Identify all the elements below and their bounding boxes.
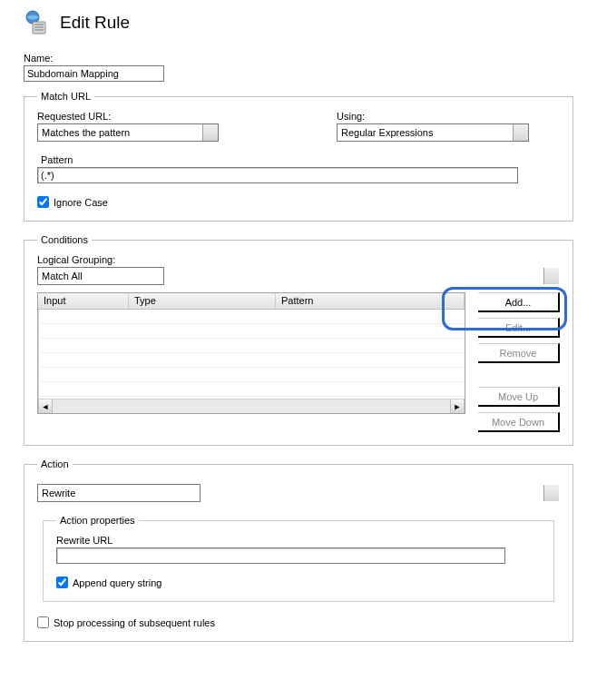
action-type-select[interactable]: Rewrite — [37, 484, 201, 502]
table-row — [38, 324, 465, 339]
table-row — [38, 382, 465, 397]
requested-url-label: Requested URL: — [37, 111, 219, 122]
name-input[interactable] — [24, 65, 164, 82]
action-legend: Action — [37, 458, 73, 469]
rewrite-url-label: Rewrite URL — [56, 535, 541, 546]
using-select[interactable]: Regular Expressions — [337, 123, 529, 142]
logical-grouping-select[interactable]: Match All — [37, 267, 164, 285]
horizontal-scrollbar[interactable]: ◄ ► — [38, 399, 465, 413]
name-label: Name: — [24, 53, 579, 64]
table-row — [38, 339, 465, 353]
scroll-left-icon[interactable]: ◄ — [38, 399, 53, 413]
remove-button[interactable]: Remove — [478, 343, 560, 363]
ignore-case-label: Ignore Case — [54, 197, 108, 208]
table-row — [38, 368, 465, 382]
table-row — [38, 310, 465, 324]
pattern-input[interactable] — [37, 167, 518, 183]
move-down-button[interactable]: Move Down — [478, 412, 560, 432]
table-header: Input Type Pattern — [38, 293, 465, 310]
table-row — [38, 353, 465, 368]
svg-rect-4 — [34, 29, 44, 31]
server-globe-icon — [24, 9, 51, 36]
stop-processing-checkbox[interactable] — [37, 616, 49, 628]
logical-grouping-label: Logical Grouping: — [37, 254, 560, 265]
chevron-down-icon — [548, 490, 555, 494]
stop-processing-label: Stop processing of subsequent rules — [54, 617, 215, 628]
ignore-case-checkbox[interactable] — [37, 196, 49, 208]
edit-button[interactable]: Edit... — [478, 318, 560, 338]
col-pattern[interactable]: Pattern — [276, 293, 465, 309]
using-label: Using: — [337, 111, 529, 122]
svg-rect-3 — [34, 26, 44, 28]
conditions-group: Conditions Logical Grouping: Match All I… — [24, 234, 573, 446]
action-properties-legend: Action properties — [56, 515, 139, 526]
svg-rect-2 — [34, 24, 44, 25]
conditions-table[interactable]: Input Type Pattern ◄ ► — [37, 292, 465, 414]
conditions-legend: Conditions — [37, 234, 92, 245]
table-body — [38, 310, 465, 397]
add-button[interactable]: Add... — [478, 292, 560, 312]
match-url-group: Match URL Requested URL: Matches the pat… — [24, 91, 573, 222]
page-header: Edit Rule — [24, 9, 579, 36]
requested-url-select[interactable]: Matches the pattern — [37, 123, 219, 142]
scroll-right-icon[interactable]: ► — [450, 399, 465, 413]
chevron-down-icon — [548, 273, 555, 277]
append-query-label: Append query string — [73, 577, 161, 588]
action-group: Action Rewrite Action properties Rewrite… — [24, 458, 573, 642]
col-input[interactable]: Input — [38, 293, 129, 309]
col-type[interactable]: Type — [129, 293, 276, 309]
rewrite-url-input[interactable] — [56, 547, 505, 564]
page-title: Edit Rule — [60, 13, 130, 33]
pattern-label: Pattern — [41, 154, 560, 165]
action-properties-group: Action properties Rewrite URL Append que… — [43, 515, 554, 602]
move-up-button[interactable]: Move Up — [478, 387, 560, 407]
match-url-legend: Match URL — [37, 91, 94, 102]
append-query-checkbox[interactable] — [56, 577, 68, 588]
